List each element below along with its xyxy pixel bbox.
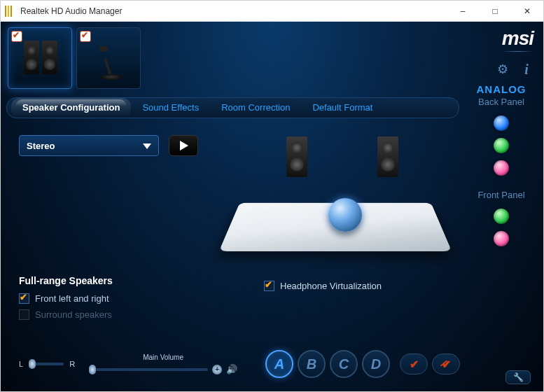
right-panel: ⚙ i ANALOG Back Panel Front Panel 🔧 [465,61,538,387]
tab-speaker-configuration[interactable]: Speaker Configuration [11,98,131,118]
tab-content: Stereo Full-range Speakers Front left an… [6,127,459,387]
stage-speaker-left[interactable] [286,136,307,177]
fullrange-heading: Full-range Speakers [19,275,113,286]
balance-slider[interactable] [29,363,64,365]
jack-back-mic[interactable] [494,160,509,176]
profile-apply-button[interactable]: ✔ [400,354,428,374]
window-titlebar: Realtek HD Audio Manager – □ ✕ [1,1,543,22]
dropdown-value: Stereo [27,141,55,151]
profile-edit-button[interactable]: ✔ [432,354,460,374]
jack-back-speakers[interactable] [494,138,509,153]
jack-back-linein[interactable] [494,115,509,131]
main-volume-boost-button[interactable]: + [212,365,222,374]
back-panel-jacks [465,115,538,176]
fullrange-front-label: Front left and right [35,293,109,304]
fullrange-surround-label: Surround speakers [35,309,112,320]
microphone-icon [94,45,125,80]
info-button[interactable]: i [519,62,533,76]
test-play-button[interactable] [169,135,198,156]
window-title: Realtek HD Audio Manager [20,6,447,16]
app-body: msi Speaker Configuration Sound Effects … [1,22,543,392]
fullrange-section: Full-range Speakers Front left and right… [19,275,113,326]
bottom-bar: L R Main Volume + 🔊 A B C D ✔ ✔ [19,348,459,380]
tab-default-format[interactable]: Default Format [301,98,384,118]
settings-button[interactable]: ⚙ [496,62,510,76]
front-panel-label: Front Panel [465,190,538,200]
fullrange-row-front: Front left and right [19,293,113,304]
speaker-stage [230,134,440,274]
speaker-config-dropdown[interactable]: Stereo [19,135,159,156]
balance-left-label: L [19,360,23,368]
speakers-icon [24,41,57,74]
main-volume-slider[interactable] [89,368,208,371]
headphone-virtualization-label: Headphone Virtualization [280,281,382,291]
tab-room-correction[interactable]: Room Correction [210,98,301,118]
profile-buttons: ✔ ✔ [400,354,460,374]
close-button[interactable]: ✕ [511,1,543,21]
check-icon: ✔ [410,358,419,371]
minimize-button[interactable]: – [447,1,479,21]
headphone-virtualization-checkbox[interactable] [264,281,274,291]
preset-d[interactable]: D [362,350,390,378]
jack-front-headphone[interactable] [494,209,509,224]
balance-right-label: R [69,360,75,368]
msi-logo: msi [502,27,533,52]
preset-c[interactable]: C [330,350,358,378]
fullrange-front-checkbox[interactable] [19,293,29,304]
stage-speaker-right[interactable] [377,136,398,177]
front-panel-jacks [465,209,538,246]
balance-control: L R [19,360,75,368]
device-microphone-checkbox[interactable] [80,31,91,42]
device-speakers-checkbox[interactable] [11,31,22,42]
preset-a[interactable]: A [265,350,293,378]
preset-b[interactable]: B [298,350,326,378]
mute-button[interactable]: 🔊 [226,364,237,374]
preset-buttons: A B C D [265,350,390,378]
main-volume: Main Volume + 🔊 [89,354,237,374]
device-tab-speakers[interactable] [8,27,72,89]
connector-settings-button[interactable]: 🔧 [505,370,531,384]
fullrange-row-surround: Surround speakers [19,309,113,320]
app-icon [5,6,16,17]
back-panel-label: Back Panel [465,97,538,107]
jack-front-mic[interactable] [494,231,509,246]
headphone-virtualization-row: Headphone Virtualization [264,281,382,291]
listener-orb [328,198,362,232]
maximize-button[interactable]: □ [479,1,511,21]
main-tab-bar: Speaker Configuration Sound Effects Room… [6,97,459,118]
device-tab-microphone[interactable] [76,27,141,89]
tab-sound-effects[interactable]: Sound Effects [131,98,210,118]
main-volume-label: Main Volume [89,354,237,361]
fullrange-surround-checkbox [19,309,29,320]
device-tabs [8,27,141,89]
analog-heading: ANALOG [465,83,538,95]
